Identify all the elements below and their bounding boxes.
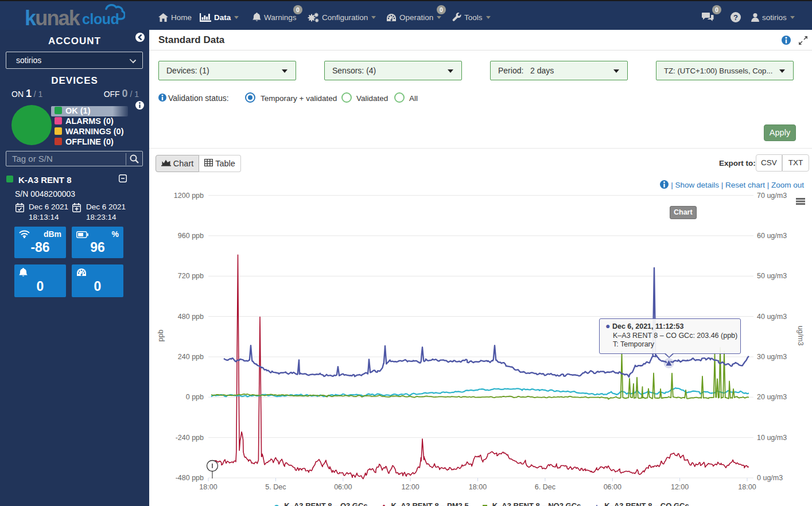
svg-text:18:00: 18:00 bbox=[469, 483, 487, 491]
svg-text:70 ug/m3: 70 ug/m3 bbox=[757, 192, 787, 200]
svg-text:5. Dec: 5. Dec bbox=[265, 483, 286, 491]
svg-text:06:00: 06:00 bbox=[604, 483, 621, 491]
svg-text:06:00: 06:00 bbox=[334, 483, 352, 491]
svg-text:-240 ppb: -240 ppb bbox=[176, 434, 204, 442]
svg-text:40 ug/m3: 40 ug/m3 bbox=[757, 313, 787, 321]
svg-text:20 ug/m3: 20 ug/m3 bbox=[757, 393, 787, 401]
svg-text:0 ppb: 0 ppb bbox=[186, 393, 204, 401]
svg-text:480 ppb: 480 ppb bbox=[178, 313, 204, 321]
svg-text:6. Dec: 6. Dec bbox=[535, 483, 555, 491]
svg-text:12:00: 12:00 bbox=[401, 483, 419, 491]
svg-text:12:00: 12:00 bbox=[671, 483, 689, 491]
svg-text:?: ? bbox=[733, 13, 738, 22]
svg-text:ug/m3: ug/m3 bbox=[797, 326, 805, 346]
svg-text:240 ppb: 240 ppb bbox=[178, 353, 204, 361]
svg-text:-480 ppb: -480 ppb bbox=[176, 474, 204, 482]
svg-text:30 ug/m3: 30 ug/m3 bbox=[757, 353, 787, 361]
svg-text:50 ug/m3: 50 ug/m3 bbox=[757, 272, 787, 280]
svg-text:18:00: 18:00 bbox=[199, 483, 217, 491]
svg-text:1200 ppb: 1200 ppb bbox=[174, 192, 204, 200]
svg-text:0 ug/m3: 0 ug/m3 bbox=[757, 474, 783, 482]
svg-text:720 ppb: 720 ppb bbox=[178, 272, 204, 280]
svg-text:ppb: ppb bbox=[157, 330, 165, 342]
svg-text:60 ug/m3: 60 ug/m3 bbox=[757, 232, 787, 240]
svg-text:960 ppb: 960 ppb bbox=[178, 232, 204, 240]
svg-text:18:00: 18:00 bbox=[738, 483, 756, 491]
svg-text:10 ug/m3: 10 ug/m3 bbox=[757, 434, 787, 442]
